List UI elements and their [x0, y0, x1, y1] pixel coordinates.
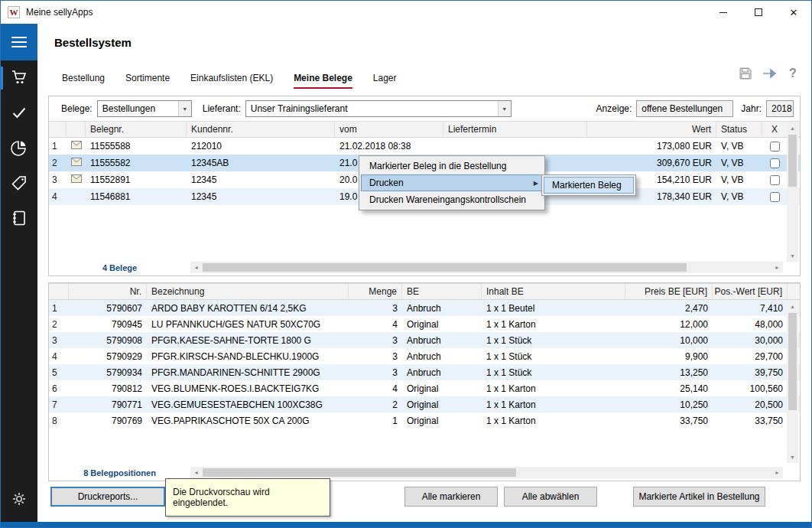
cell-bezeichnung[interactable]: VEG.GEMUESESTAEBCHEN 100XC38G [147, 399, 349, 410]
cell-pos-wert[interactable]: 7,410 [713, 303, 788, 314]
row-checkbox[interactable] [770, 192, 780, 202]
cell-bezeichnung[interactable]: PFGR.KAESE-SAHNE-TORTE 1800 G [147, 335, 349, 346]
alle-markieren-button[interactable]: Alle markieren [404, 487, 498, 507]
cell-be[interactable]: Original [402, 383, 482, 394]
orders-horizontal-scrollbar[interactable]: ◄ ► [190, 262, 783, 273]
cell-inhalt-be[interactable]: 1 x 1 Karton [482, 383, 625, 394]
position-row[interactable]: 45790929PFGR.KIRSCH-SAND-BLECHKU.1900G3A… [49, 348, 800, 364]
positions-horizontal-scrollbar[interactable]: ◄ ► [190, 467, 783, 478]
position-row[interactable]: 7790771VEG.GEMUESESTAEBCHEN 100XC38G2Ori… [49, 396, 800, 412]
cell-inhalt-be[interactable]: 1 x 1 Stück [482, 367, 625, 378]
col-wert[interactable]: Wert [587, 122, 716, 137]
cell-wert[interactable]: 309,670 EUR [587, 158, 716, 168]
cell-pos-wert[interactable]: 48,000 [713, 319, 788, 330]
cell-select[interactable] [762, 175, 788, 185]
cell-kundennr[interactable]: 12345 [187, 174, 335, 185]
cell-be[interactable]: Anbruch [402, 303, 482, 314]
cell-menge[interactable]: 4 [349, 383, 402, 394]
cell-inhalt-be[interactable]: 1 x 1 Stück [482, 351, 625, 362]
scrollbar-thumb[interactable] [203, 263, 687, 272]
col-x[interactable]: X [762, 122, 788, 137]
cell-preis-be[interactable]: 33,750 [625, 416, 713, 426]
alle-abwaehlen-button[interactable]: Alle abwählen [504, 487, 597, 507]
cell-menge[interactable]: 3 [349, 303, 402, 314]
scroll-down-icon[interactable]: ▼ [787, 451, 798, 463]
cell-be[interactable]: Anbruch [402, 351, 482, 362]
cell-preis-be[interactable]: 12,000 [625, 319, 713, 330]
minimize-button[interactable] [706, 1, 741, 24]
orders-vertical-scrollbar[interactable]: ▲ ▼ [787, 122, 798, 262]
cell-menge[interactable]: 1 [349, 416, 402, 426]
scroll-right-icon[interactable]: ► [771, 467, 783, 478]
cell-inhalt-be[interactable]: 1 x 1 Karton [482, 319, 625, 330]
lieferant-dropdown[interactable]: Unser Trainingslieferant ▼ [245, 100, 512, 117]
cell-nr[interactable]: 790769 [69, 416, 147, 426]
druckreports-button[interactable]: Druckreports... [50, 487, 165, 507]
cell-status[interactable]: V, VB [716, 158, 762, 168]
tab-sortimente[interactable]: Sortimente [125, 73, 170, 89]
cell-preis-be[interactable]: 25,140 [625, 383, 713, 394]
cell-preis-be[interactable]: 13,250 [625, 367, 713, 378]
cell-bezeichnung[interactable]: LU PFANNKUCH/GES NATUR 50XC70G [147, 319, 349, 330]
cell-kundennr[interactable]: 12345 [187, 191, 335, 202]
cell-pos-wert[interactable]: 100,560 [713, 383, 788, 394]
cell-be[interactable]: Anbruch [402, 335, 482, 346]
submenu-item-markierten-beleg[interactable]: Markierten Beleg [544, 177, 634, 194]
cell-nr[interactable]: 5790607 [69, 303, 147, 314]
cell-status[interactable]: V, VB [716, 174, 762, 185]
position-row[interactable]: 8790769VEG.PAPRIKASCHOTE 50X CA 200G1Ori… [49, 412, 800, 429]
cell-pos-wert[interactable]: 29,700 [713, 351, 788, 362]
maximize-button[interactable] [741, 1, 776, 24]
col-status[interactable]: Status [716, 122, 762, 137]
anzeige-field[interactable]: offene Bestellungen [636, 100, 733, 117]
col-preis-be[interactable]: Preis BE [EUR] [625, 284, 713, 299]
cell-pos-wert[interactable]: 39,750 [713, 367, 788, 378]
sidebar-item-tag[interactable] [1, 166, 37, 201]
order-row[interactable]: 11155558821201021.02.2018 08:38173,080 E… [49, 138, 800, 155]
cell-belegnr[interactable]: 11555588 [86, 141, 187, 152]
menu-item-drucken[interactable]: Drucken ▶ [361, 174, 543, 191]
scroll-right-icon[interactable]: ► [771, 262, 783, 273]
col-pos-wert[interactable]: Pos.-Wert [EUR] [713, 284, 788, 299]
position-row[interactable]: 55790934PFGR.MANDARINEN-SCHNITTE 2900G3A… [49, 364, 800, 380]
cell-preis-be[interactable]: 9,900 [625, 351, 713, 362]
cell-pos-wert[interactable]: 33,750 [713, 416, 788, 426]
cell-bezeichnung[interactable]: VEG.PAPRIKASCHOTE 50X CA 200G [147, 416, 349, 426]
scroll-left-icon[interactable]: ◄ [190, 467, 202, 478]
cell-preis-be[interactable]: 2,470 [625, 303, 713, 314]
cell-select[interactable] [762, 142, 788, 152]
col-nr[interactable]: Nr. [69, 284, 147, 299]
cell-inhalt-be[interactable]: 1 x 1 Beutel [482, 303, 625, 314]
cell-preis-be[interactable]: 10,000 [625, 335, 713, 346]
tab-bestellung[interactable]: Bestellung [62, 73, 105, 89]
cell-select[interactable] [762, 192, 788, 202]
save-icon[interactable] [738, 66, 753, 81]
cell-be[interactable]: Anbruch [402, 367, 482, 378]
cell-wert[interactable]: 173,080 EUR [587, 141, 716, 152]
row-checkbox[interactable] [770, 158, 780, 168]
cell-nr[interactable]: 5790929 [69, 351, 147, 362]
hamburger-menu-button[interactable] [1, 24, 37, 60]
scrollbar-thumb[interactable] [788, 313, 797, 410]
cell-menge[interactable]: 4 [349, 319, 402, 330]
col-be[interactable]: BE [402, 284, 482, 299]
col-belegnr[interactable]: Belegnr. [86, 122, 187, 137]
cell-kundennr[interactable]: 212010 [187, 141, 335, 152]
position-row[interactable]: 6790812VEG.BLUMENK-ROES.I.BACKTEIG7KG4Or… [49, 380, 800, 396]
cell-kundennr[interactable]: 12345AB [187, 158, 335, 168]
scrollbar-thumb[interactable] [203, 468, 516, 477]
tab-lager[interactable]: Lager [373, 73, 397, 89]
cell-bezeichnung[interactable]: PFGR.MANDARINEN-SCHNITTE 2900G [147, 367, 349, 378]
cell-bezeichnung[interactable]: ARDO BABY KAROTTEN 6/14 2,5KG [147, 303, 349, 314]
cell-status[interactable]: V, VB [716, 191, 762, 202]
markierte-artikel-button[interactable]: Markierte Artikel in Bestellung [633, 487, 765, 507]
col-inhalt-be[interactable]: Inhalt BE [482, 284, 625, 299]
tab-meine-belege[interactable]: Meine Belege [294, 73, 352, 89]
cell-be[interactable]: Original [402, 416, 482, 426]
cell-select[interactable] [762, 158, 788, 168]
cell-inhalt-be[interactable]: 1 x 1 Stück [482, 335, 625, 346]
cell-status[interactable]: V, VB [716, 141, 762, 152]
scroll-up-icon[interactable]: ▲ [787, 301, 798, 312]
cell-be[interactable]: Original [402, 399, 482, 410]
cell-menge[interactable]: 3 [349, 367, 402, 378]
